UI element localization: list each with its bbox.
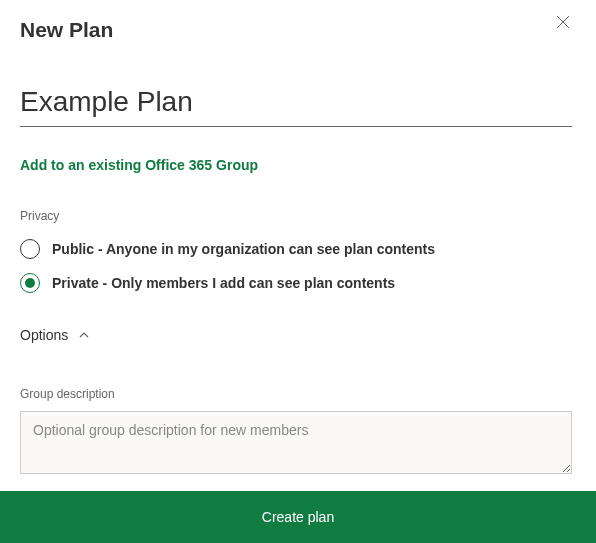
- radio-label: Private - Only members I add can see pla…: [52, 275, 395, 291]
- radio-icon: [20, 273, 40, 293]
- radio-icon: [20, 239, 40, 259]
- options-toggle[interactable]: Options: [20, 327, 576, 343]
- dialog-title: New Plan: [20, 18, 576, 42]
- new-plan-dialog: New Plan Add to an existing Office 365 G…: [0, 0, 596, 543]
- create-plan-button[interactable]: Create plan: [0, 491, 596, 543]
- radio-label: Public - Anyone in my organization can s…: [52, 241, 435, 257]
- close-icon: [556, 15, 570, 29]
- options-toggle-label: Options: [20, 327, 68, 343]
- chevron-up-icon: [78, 329, 90, 341]
- privacy-radio-group: Public - Anyone in my organization can s…: [20, 239, 576, 293]
- privacy-option-private[interactable]: Private - Only members I add can see pla…: [20, 273, 576, 293]
- privacy-section-label: Privacy: [20, 209, 576, 223]
- group-description-textarea[interactable]: [20, 411, 572, 474]
- group-description-label: Group description: [20, 387, 576, 401]
- add-existing-group-link[interactable]: Add to an existing Office 365 Group: [20, 157, 576, 173]
- radio-selected-dot: [25, 278, 35, 288]
- dialog-footer: Create plan: [0, 491, 596, 543]
- close-button[interactable]: [556, 15, 576, 35]
- privacy-option-public[interactable]: Public - Anyone in my organization can s…: [20, 239, 576, 259]
- plan-name-input[interactable]: [20, 80, 572, 127]
